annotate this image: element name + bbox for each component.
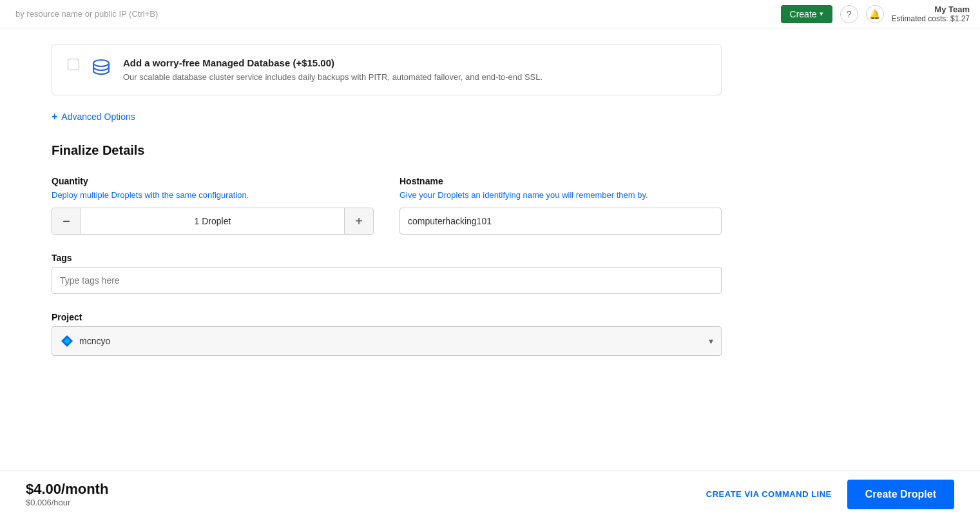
help-icon[interactable]: ? bbox=[840, 5, 858, 23]
tags-section: Tags bbox=[52, 253, 722, 294]
finalize-section: Finalize Details Quantity Deploy multipl… bbox=[52, 143, 722, 356]
advanced-options-toggle[interactable]: + Advanced Options bbox=[52, 111, 722, 122]
hostname-input[interactable] bbox=[399, 208, 722, 235]
quantity-label: Quantity bbox=[52, 176, 374, 186]
quantity-plus-button[interactable]: + bbox=[345, 208, 373, 234]
plus-icon: + bbox=[52, 111, 57, 122]
search-hint: by resource name or public IP (Ctrl+B) bbox=[10, 9, 773, 19]
quantity-description: Deploy multiple Droplets with the same c… bbox=[52, 190, 374, 200]
create-label: Create bbox=[790, 9, 817, 19]
project-value: mcncyo bbox=[79, 336, 110, 346]
create-button[interactable]: Create ▾ bbox=[781, 5, 832, 23]
managed-db-title: Add a worry-free Managed Database (+$15.… bbox=[123, 57, 543, 68]
managed-db-checkbox[interactable] bbox=[68, 59, 79, 70]
hostname-description: Give your Droplets an identifying name y… bbox=[399, 190, 722, 200]
database-icon bbox=[90, 57, 113, 81]
tags-label: Tags bbox=[52, 253, 722, 263]
bell-icon[interactable]: 🔔 bbox=[866, 5, 884, 23]
section-title: Finalize Details bbox=[52, 143, 722, 158]
quantity-group: Quantity Deploy multiple Droplets with t… bbox=[52, 176, 374, 235]
hostname-group: Hostname Give your Droplets an identifyi… bbox=[399, 176, 722, 235]
chevron-down-icon: ▾ bbox=[820, 10, 823, 18]
project-select[interactable]: mcncyo ▾ bbox=[52, 326, 722, 356]
topbar: by resource name or public IP (Ctrl+B) C… bbox=[0, 0, 980, 28]
managed-db-text: Add a worry-free Managed Database (+$15.… bbox=[123, 57, 543, 82]
quantity-stepper: − 1 Droplet + bbox=[52, 208, 374, 235]
svg-point-0 bbox=[93, 60, 109, 66]
quantity-minus-button[interactable]: − bbox=[52, 208, 81, 234]
project-section: Project mcncyo ▾ bbox=[52, 312, 722, 356]
advanced-options-label: Advanced Options bbox=[61, 112, 135, 122]
estimated-costs-value: Estimated costs: $1.27 bbox=[892, 14, 970, 23]
project-chevron-icon: ▾ bbox=[709, 336, 713, 346]
managed-db-description: Our scalable database cluster service in… bbox=[123, 72, 543, 82]
estimated-costs: My Team Estimated costs: $1.27 bbox=[892, 5, 970, 23]
quantity-hostname-row: Quantity Deploy multiple Droplets with t… bbox=[52, 176, 722, 235]
managed-db-card: Add a worry-free Managed Database (+$15.… bbox=[52, 44, 722, 95]
tags-input[interactable] bbox=[52, 267, 722, 294]
hostname-label: Hostname bbox=[399, 176, 722, 186]
main-content: Add a worry-free Managed Database (+$15.… bbox=[0, 28, 773, 451]
team-label: My Team bbox=[892, 5, 970, 14]
project-logo-icon bbox=[60, 334, 74, 348]
project-name: mcncyo bbox=[60, 334, 110, 348]
quantity-value: 1 Droplet bbox=[81, 208, 345, 234]
project-label: Project bbox=[52, 312, 722, 322]
